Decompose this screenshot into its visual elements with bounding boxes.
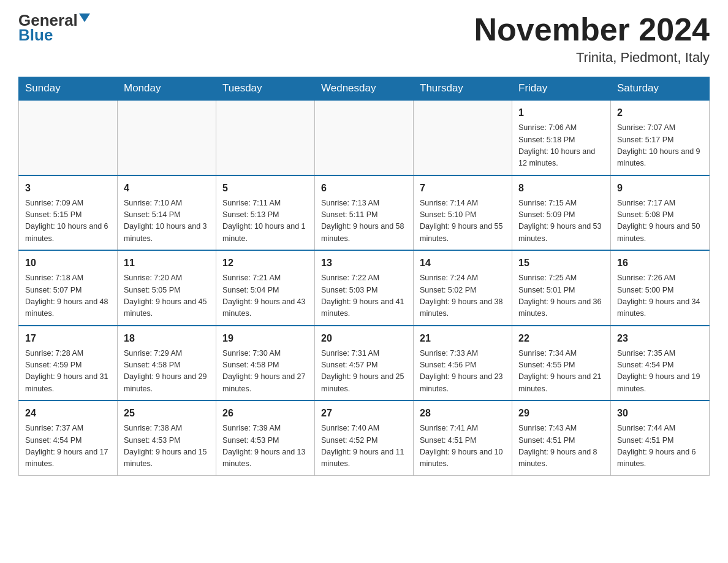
- day-number-3: 3: [25, 181, 111, 196]
- day-number-30: 30: [617, 406, 703, 421]
- calendar-cell-w1-d2: [118, 100, 216, 175]
- calendar-cell-w1-d6: 1Sunrise: 7:06 AM Sunset: 5:18 PM Daylig…: [512, 100, 611, 175]
- day-number-13: 13: [321, 256, 407, 270]
- calendar-cell-w3-d6: 15Sunrise: 7:25 AM Sunset: 5:01 PM Dayli…: [512, 250, 611, 326]
- day-info-12: Sunrise: 7:21 AM Sunset: 5:04 PM Dayligh…: [222, 272, 308, 320]
- calendar-cell-w5-d4: 27Sunrise: 7:40 AM Sunset: 4:52 PM Dayli…: [315, 400, 414, 475]
- day-number-24: 24: [25, 406, 111, 421]
- logo: General Blue: [18, 12, 90, 43]
- day-number-22: 22: [518, 331, 604, 346]
- calendar-cell-w3-d4: 13Sunrise: 7:22 AM Sunset: 5:03 PM Dayli…: [315, 250, 414, 326]
- calendar-cell-w4-d3: 19Sunrise: 7:30 AM Sunset: 4:58 PM Dayli…: [216, 326, 315, 401]
- day-info-3: Sunrise: 7:09 AM Sunset: 5:15 PM Dayligh…: [25, 197, 111, 245]
- day-number-28: 28: [420, 406, 506, 421]
- day-number-11: 11: [124, 256, 210, 270]
- day-info-21: Sunrise: 7:33 AM Sunset: 4:56 PM Dayligh…: [420, 348, 506, 396]
- day-info-15: Sunrise: 7:25 AM Sunset: 5:01 PM Dayligh…: [518, 272, 604, 320]
- calendar-cell-w4-d2: 18Sunrise: 7:29 AM Sunset: 4:58 PM Dayli…: [118, 326, 216, 401]
- day-info-11: Sunrise: 7:20 AM Sunset: 5:05 PM Dayligh…: [124, 272, 210, 320]
- header-tuesday: Tuesday: [216, 77, 315, 101]
- week-row-2: 3Sunrise: 7:09 AM Sunset: 5:15 PM Daylig…: [19, 175, 710, 251]
- day-number-29: 29: [518, 406, 604, 421]
- calendar-cell-w3-d7: 16Sunrise: 7:26 AM Sunset: 5:00 PM Dayli…: [611, 250, 710, 326]
- calendar-cell-w3-d5: 14Sunrise: 7:24 AM Sunset: 5:02 PM Dayli…: [414, 250, 512, 326]
- day-number-20: 20: [321, 331, 407, 346]
- day-info-1: Sunrise: 7:06 AM Sunset: 5:18 PM Dayligh…: [518, 122, 604, 170]
- calendar-cell-w1-d1: [19, 100, 118, 175]
- calendar-cell-w5-d2: 25Sunrise: 7:38 AM Sunset: 4:53 PM Dayli…: [118, 400, 216, 475]
- calendar-cell-w2-d2: 4Sunrise: 7:10 AM Sunset: 5:14 PM Daylig…: [118, 175, 216, 251]
- day-number-9: 9: [617, 181, 703, 196]
- calendar-cell-w5-d3: 26Sunrise: 7:39 AM Sunset: 4:53 PM Dayli…: [216, 400, 315, 475]
- day-number-15: 15: [518, 256, 604, 270]
- day-number-1: 1: [518, 105, 604, 120]
- day-number-12: 12: [222, 256, 308, 270]
- day-info-18: Sunrise: 7:29 AM Sunset: 4:58 PM Dayligh…: [124, 348, 210, 396]
- header-monday: Monday: [118, 77, 216, 101]
- day-info-24: Sunrise: 7:37 AM Sunset: 4:54 PM Dayligh…: [25, 423, 111, 470]
- week-row-4: 17Sunrise: 7:28 AM Sunset: 4:59 PM Dayli…: [19, 326, 710, 401]
- header-thursday: Thursday: [414, 77, 512, 101]
- day-info-5: Sunrise: 7:11 AM Sunset: 5:13 PM Dayligh…: [222, 197, 308, 245]
- day-info-26: Sunrise: 7:39 AM Sunset: 4:53 PM Dayligh…: [222, 423, 308, 470]
- header-sunday: Sunday: [19, 77, 118, 101]
- calendar-cell-w5-d1: 24Sunrise: 7:37 AM Sunset: 4:54 PM Dayli…: [19, 400, 118, 475]
- day-info-23: Sunrise: 7:35 AM Sunset: 4:54 PM Dayligh…: [617, 348, 703, 396]
- day-info-27: Sunrise: 7:40 AM Sunset: 4:52 PM Dayligh…: [321, 423, 407, 470]
- day-info-6: Sunrise: 7:13 AM Sunset: 5:11 PM Dayligh…: [321, 197, 407, 245]
- day-number-6: 6: [321, 181, 407, 196]
- calendar-cell-w4-d6: 22Sunrise: 7:34 AM Sunset: 4:55 PM Dayli…: [512, 326, 611, 401]
- calendar-cell-w4-d7: 23Sunrise: 7:35 AM Sunset: 4:54 PM Dayli…: [611, 326, 710, 401]
- calendar-cell-w4-d1: 17Sunrise: 7:28 AM Sunset: 4:59 PM Dayli…: [19, 326, 118, 401]
- calendar-cell-w5-d5: 28Sunrise: 7:41 AM Sunset: 4:51 PM Dayli…: [414, 400, 512, 475]
- calendar-cell-w4-d4: 20Sunrise: 7:31 AM Sunset: 4:57 PM Dayli…: [315, 326, 414, 401]
- calendar-cell-w2-d6: 8Sunrise: 7:15 AM Sunset: 5:09 PM Daylig…: [512, 175, 611, 251]
- calendar-title: November 2024: [474, 12, 710, 47]
- calendar-cell-w1-d4: [315, 100, 414, 175]
- week-row-1: 1Sunrise: 7:06 AM Sunset: 5:18 PM Daylig…: [19, 100, 710, 175]
- day-info-30: Sunrise: 7:44 AM Sunset: 4:51 PM Dayligh…: [617, 423, 703, 470]
- day-number-21: 21: [420, 331, 506, 346]
- day-number-17: 17: [25, 331, 111, 346]
- day-number-18: 18: [124, 331, 210, 346]
- day-number-8: 8: [518, 181, 604, 196]
- day-number-14: 14: [420, 256, 506, 270]
- day-number-5: 5: [222, 181, 308, 196]
- week-row-3: 10Sunrise: 7:18 AM Sunset: 5:07 PM Dayli…: [19, 250, 710, 326]
- day-info-4: Sunrise: 7:10 AM Sunset: 5:14 PM Dayligh…: [124, 197, 210, 245]
- day-number-23: 23: [617, 331, 703, 346]
- day-number-7: 7: [420, 181, 506, 196]
- calendar-cell-w2-d7: 9Sunrise: 7:17 AM Sunset: 5:08 PM Daylig…: [611, 175, 710, 251]
- day-number-27: 27: [321, 406, 407, 421]
- calendar-cell-w2-d4: 6Sunrise: 7:13 AM Sunset: 5:11 PM Daylig…: [315, 175, 414, 251]
- day-info-7: Sunrise: 7:14 AM Sunset: 5:10 PM Dayligh…: [420, 197, 506, 245]
- day-info-19: Sunrise: 7:30 AM Sunset: 4:58 PM Dayligh…: [222, 348, 308, 396]
- logo-triangle-icon: [79, 13, 90, 22]
- calendar-cell-w1-d5: [414, 100, 512, 175]
- day-number-4: 4: [124, 181, 210, 196]
- day-info-28: Sunrise: 7:41 AM Sunset: 4:51 PM Dayligh…: [420, 423, 506, 470]
- calendar-cell-w3-d1: 10Sunrise: 7:18 AM Sunset: 5:07 PM Dayli…: [19, 250, 118, 326]
- day-info-13: Sunrise: 7:22 AM Sunset: 5:03 PM Dayligh…: [321, 272, 407, 320]
- day-info-8: Sunrise: 7:15 AM Sunset: 5:09 PM Dayligh…: [518, 197, 604, 245]
- day-number-25: 25: [124, 406, 210, 421]
- calendar-cell-w1-d7: 2Sunrise: 7:07 AM Sunset: 5:17 PM Daylig…: [611, 100, 710, 175]
- day-number-2: 2: [617, 105, 703, 120]
- calendar-cell-w2-d5: 7Sunrise: 7:14 AM Sunset: 5:10 PM Daylig…: [414, 175, 512, 251]
- day-number-10: 10: [25, 256, 111, 270]
- header-saturday: Saturday: [611, 77, 710, 101]
- calendar-table: SundayMondayTuesdayWednesdayThursdayFrid…: [18, 77, 710, 476]
- calendar-cell-w4-d5: 21Sunrise: 7:33 AM Sunset: 4:56 PM Dayli…: [414, 326, 512, 401]
- calendar-subtitle: Trinita, Piedmont, Italy: [474, 50, 710, 66]
- calendar-cell-w3-d2: 11Sunrise: 7:20 AM Sunset: 5:05 PM Dayli…: [118, 250, 216, 326]
- day-info-2: Sunrise: 7:07 AM Sunset: 5:17 PM Dayligh…: [617, 122, 703, 170]
- calendar-cell-w2-d3: 5Sunrise: 7:11 AM Sunset: 5:13 PM Daylig…: [216, 175, 315, 251]
- page-header: General Blue November 2024 Trinita, Pied…: [18, 12, 710, 66]
- day-info-9: Sunrise: 7:17 AM Sunset: 5:08 PM Dayligh…: [617, 197, 703, 245]
- day-info-25: Sunrise: 7:38 AM Sunset: 4:53 PM Dayligh…: [124, 423, 210, 470]
- day-info-10: Sunrise: 7:18 AM Sunset: 5:07 PM Dayligh…: [25, 272, 111, 320]
- logo-blue-text: Blue: [18, 27, 53, 43]
- calendar-cell-w1-d3: [216, 100, 315, 175]
- day-info-20: Sunrise: 7:31 AM Sunset: 4:57 PM Dayligh…: [321, 348, 407, 396]
- day-number-26: 26: [222, 406, 308, 421]
